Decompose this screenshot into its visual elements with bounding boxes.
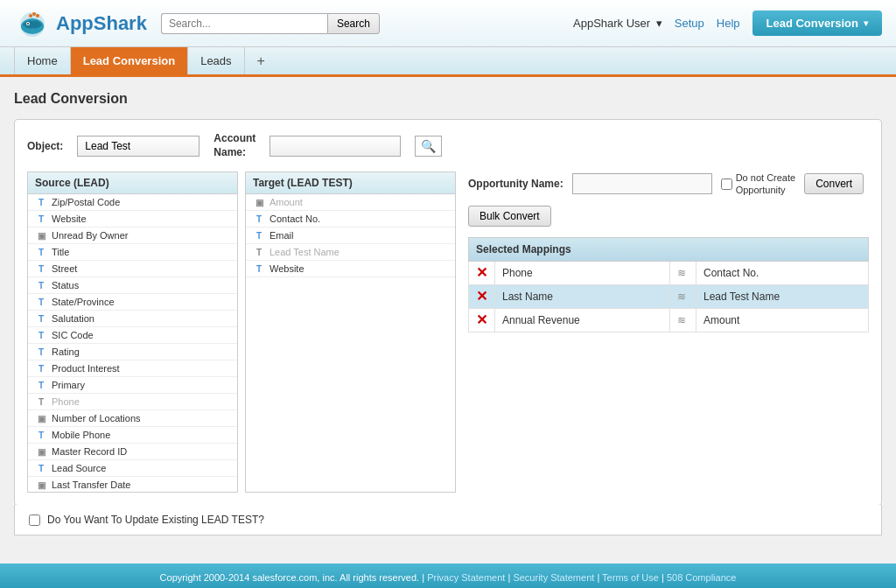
bulk-convert-button[interactable]: Bulk Convert: [468, 206, 551, 227]
help-link[interactable]: Help: [717, 17, 740, 30]
list-item[interactable]: T Salutation: [28, 311, 237, 327]
mapping-target: Contact No.: [696, 261, 868, 284]
list-item[interactable]: T Email: [246, 228, 455, 244]
search-button[interactable]: Search: [327, 13, 380, 34]
setup-link[interactable]: Setup: [675, 17, 704, 30]
type-icon: T: [35, 397, 47, 407]
list-item[interactable]: T Lead Source: [28, 460, 237, 477]
nav-bar: Home Lead Conversion Leads +: [0, 47, 896, 77]
list-item[interactable]: ▣ Master Record ID: [28, 444, 237, 460]
list-item-label: Salutation: [52, 313, 94, 324]
mapping-row: ✕ Last Name ≋ Lead Test Name: [469, 284, 869, 308]
type-icon: T: [35, 314, 47, 324]
list-item-label: Zip/Postal Code: [52, 197, 120, 207]
list-item[interactable]: T Contact No.: [246, 211, 455, 228]
list-item[interactable]: ▣ Unread By Owner: [28, 228, 237, 244]
type-icon: ▣: [35, 447, 47, 457]
list-item[interactable]: T Title: [28, 244, 237, 261]
mappings-header: Selected Mappings: [469, 237, 869, 261]
type-icon: T: [35, 214, 47, 224]
list-item-label: Title: [52, 247, 69, 257]
do-not-create-checkbox[interactable]: [721, 178, 732, 190]
account-name-select[interactable]: [270, 136, 401, 157]
footer-compliance-link[interactable]: 508 Compliance: [667, 572, 737, 583]
list-item[interactable]: T Rating: [28, 344, 237, 360]
mapping-arrow-icon: ≋: [677, 267, 686, 279]
type-icon: T: [35, 464, 47, 473]
list-item[interactable]: ▣ Last Transfer Date: [28, 477, 237, 492]
opportunity-name-input[interactable]: [572, 173, 712, 194]
list-item[interactable]: T Lead Test Name: [246, 244, 455, 261]
list-item-label: Master Record ID: [52, 446, 127, 457]
object-row: Object: Lead Test AccountName: 🔍: [27, 132, 869, 159]
list-item[interactable]: T Zip/Postal Code: [28, 194, 237, 211]
type-icon: T: [253, 231, 265, 241]
mapping-arrow-icon: ≋: [677, 314, 686, 326]
type-icon: T: [35, 381, 47, 390]
list-item[interactable]: T Website: [28, 211, 237, 228]
list-item[interactable]: ▣ Amount: [246, 194, 455, 211]
svg-point-5: [32, 12, 36, 16]
type-icon: T: [35, 264, 47, 274]
remove-mapping-button[interactable]: ✕: [476, 265, 487, 280]
header: AppShark Search AppShark User ▾ Setup He…: [0, 0, 896, 47]
mapping-arrow-icon: ≋: [677, 290, 686, 303]
mapping-target: Amount: [696, 308, 868, 332]
logo-text: AppShark: [56, 12, 147, 35]
list-item-label: Number of Locations: [52, 413, 141, 424]
list-item[interactable]: T Street: [28, 261, 237, 277]
search-input[interactable]: [161, 13, 327, 34]
type-icon: T: [35, 248, 47, 257]
account-search-button[interactable]: 🔍: [415, 136, 442, 157]
list-item-label: Lead Source: [52, 463, 106, 473]
source-column-header: Source (LEAD): [28, 172, 237, 194]
list-item-label: Contact No.: [270, 214, 320, 224]
type-icon: T: [35, 298, 47, 307]
list-item-label: Website: [52, 214, 87, 224]
lead-conversion-header-button[interactable]: Lead Conversion: [752, 10, 882, 36]
left-panel: Source (LEAD) T Zip/Postal Code T Websit…: [27, 172, 456, 493]
account-select-wrapper: [270, 136, 401, 157]
remove-mapping-button[interactable]: ✕: [476, 312, 487, 327]
list-item[interactable]: ▣ Number of Locations: [28, 410, 237, 427]
update-existing-label: Do You Want To Update Existing LEAD TEST…: [47, 514, 264, 526]
list-item[interactable]: T Status: [28, 277, 237, 294]
list-item-label: Rating: [52, 346, 80, 357]
remove-mapping-button[interactable]: ✕: [476, 289, 487, 304]
nav-add[interactable]: +: [245, 47, 277, 74]
logo: AppShark: [14, 5, 147, 42]
footer-copyright: Copyright 2000-2014 salesforce.com, inc.…: [160, 572, 420, 583]
list-item[interactable]: T Website: [246, 261, 455, 277]
object-select-wrapper: Lead Test: [77, 136, 200, 157]
list-item[interactable]: T Phone: [28, 394, 237, 410]
object-select[interactable]: Lead Test: [77, 136, 200, 157]
type-icon: T: [253, 214, 265, 224]
mapping-source: Last Name: [495, 284, 670, 308]
type-icon: T: [35, 347, 47, 357]
nav-lead-conversion[interactable]: Lead Conversion: [71, 47, 188, 74]
footer-terms-link[interactable]: Terms of Use: [602, 572, 659, 583]
convert-button[interactable]: Convert: [804, 173, 864, 194]
type-icon: T: [35, 331, 47, 340]
type-icon: ▣: [253, 198, 265, 207]
list-item[interactable]: T SIC Code: [28, 327, 237, 344]
panels: Source (LEAD) T Zip/Postal Code T Websit…: [27, 172, 869, 493]
opportunity-row: Opportunity Name: Do not CreateOpportuni…: [468, 172, 869, 227]
footer-security-link[interactable]: Security Statement: [513, 572, 594, 583]
header-left: AppShark Search: [14, 5, 380, 42]
list-item[interactable]: T State/Province: [28, 294, 237, 311]
list-item[interactable]: T Product Interest: [28, 360, 237, 377]
user-menu[interactable]: AppShark User ▾: [570, 17, 662, 30]
list-item-label: Website: [270, 263, 304, 274]
list-item-label: Street: [52, 263, 77, 274]
nav-home[interactable]: Home: [14, 47, 71, 74]
footer-privacy-link[interactable]: Privacy Statement: [427, 572, 505, 583]
list-item[interactable]: T Primary: [28, 377, 237, 394]
mapping-row: ✕ Phone ≋ Contact No.: [469, 261, 869, 284]
list-item[interactable]: T Mobile Phone: [28, 427, 237, 444]
type-icon: ▣: [35, 414, 47, 424]
update-existing-checkbox[interactable]: [29, 514, 40, 526]
list-item-label: Unread By Owner: [52, 230, 128, 241]
nav-leads[interactable]: Leads: [188, 47, 244, 74]
bottom-checkbox-row: Do You Want To Update Existing LEAD TEST…: [14, 505, 882, 536]
